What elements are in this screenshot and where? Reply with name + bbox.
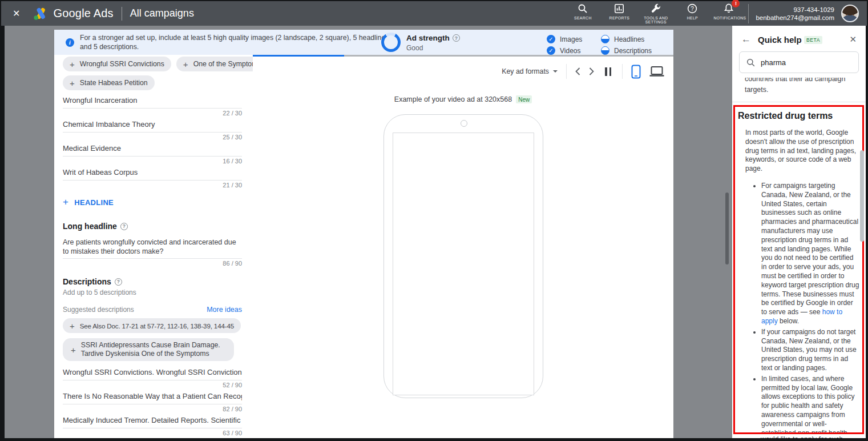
search-icon: [746, 58, 755, 67]
new-badge: New: [516, 95, 532, 103]
svg-text:?: ?: [691, 5, 695, 11]
help-circle-icon[interactable]: ?: [453, 34, 460, 42]
restricted-drug-terms-heading: Restricted drug terms: [738, 111, 862, 121]
notification-badge: !: [732, 0, 740, 7]
char-count: 82 / 90: [63, 406, 242, 412]
plus-icon: +: [63, 197, 68, 208]
main-scrollbar-thumb[interactable]: [725, 193, 729, 264]
help-circle-icon[interactable]: ?: [115, 278, 122, 286]
help-search-box[interactable]: ✕: [739, 51, 859, 73]
phone-mockup: [383, 114, 543, 398]
tools-settings-button[interactable]: TOOLS AND SETTINGS: [640, 3, 672, 25]
next-format-button[interactable]: [589, 67, 594, 75]
help-scrollbar-thumb[interactable]: [860, 150, 864, 242]
headline-input[interactable]: Medical Evidence: [63, 144, 242, 157]
ad-strength-gauge: [381, 33, 401, 52]
breadcrumb: All campaigns: [130, 7, 194, 19]
long-headline-heading: Long headline ?: [63, 222, 242, 231]
ad-strength-banner: i For a stronger ad set up, include at l…: [54, 30, 673, 55]
top-app-bar: ✕ Google Ads All campaigns SEARCH: [1, 1, 867, 26]
long-headline-input[interactable]: Are patients wrongfully convicted and in…: [63, 238, 242, 259]
chevron-down-icon: [553, 70, 558, 73]
check-complete-icon: [547, 46, 555, 55]
help-bullet: For campaigns targeting Canada, New Zeal…: [761, 182, 859, 326]
check-partial-icon: [601, 35, 609, 43]
suggested-descriptions-label: Suggested descriptions: [63, 306, 134, 314]
preview-controls: Key ad formats: [502, 64, 664, 79]
char-count: 86 / 90: [63, 260, 242, 267]
headline-suggestion-chip[interactable]: + State Habeas Petition: [63, 75, 155, 90]
plus-icon: +: [70, 321, 75, 331]
close-icon[interactable]: ✕: [13, 8, 20, 19]
ad-strength-value: Good: [406, 44, 423, 52]
headline-input[interactable]: Writ of Habeas Corpus: [63, 168, 242, 181]
title-divider: [122, 7, 122, 21]
char-count: 63 / 90: [63, 430, 242, 436]
headline-suggestion-chip[interactable]: + Wrongful SSRI Convictions: [63, 57, 171, 71]
check-descriptions: Descriptions: [601, 46, 652, 55]
app-title: Google Ads: [53, 7, 113, 20]
description-suggestion-chip[interactable]: + SSRI Antidepressants Cause Brain Damag…: [63, 338, 234, 361]
check-headlines: Headlines: [601, 35, 644, 43]
headline-suggestion-chip[interactable]: + One of the Symptoms: [176, 57, 253, 71]
clipped-help-text: would like to apply for such: [761, 435, 861, 438]
plus-icon: +: [71, 346, 76, 354]
descriptions-heading: Descriptions ?: [63, 277, 242, 286]
quick-help-panel: ← Quick help BETA ✕ ✕ countries that the…: [732, 26, 866, 438]
description-input[interactable]: Wrongful SSRI Convictions. Wrongful SSRI…: [63, 368, 242, 380]
check-images: Images: [547, 35, 582, 43]
avatar[interactable]: [841, 5, 859, 22]
notifications-button[interactable]: ! NOTIFICATIONS: [713, 3, 745, 21]
google-ads-logo-icon: [33, 7, 47, 21]
char-count: 22 / 30: [63, 110, 242, 117]
account-divider: [748, 4, 749, 23]
pause-icon[interactable]: [605, 67, 611, 76]
scrolled-article-fragment: countries that their ad campaign targets…: [732, 78, 866, 101]
desktop-preview-icon[interactable]: [649, 66, 664, 77]
description-input[interactable]: There Is No Reasonable Way that a Patien…: [63, 392, 242, 404]
banner-message: For a stronger ad set up, include at lea…: [80, 33, 393, 51]
plus-icon: +: [70, 78, 75, 88]
previous-format-button[interactable]: [575, 67, 580, 75]
help-bullet: If your campaigns do not target Canada, …: [761, 328, 859, 373]
check-partial-icon: [601, 46, 609, 55]
account-email: benbathen274@gmail.com: [756, 14, 834, 22]
phone-camera-dot: [461, 120, 467, 127]
phone-screen: [393, 133, 534, 395]
char-count: 16 / 30: [63, 158, 242, 165]
headline-input[interactable]: Wrongful Incarceration: [63, 96, 242, 109]
restricted-drug-terms-list: For campaigns targeting Canada, New Zeal…: [735, 182, 862, 434]
ad-preview-panel: Key ad formats Example of your video ad …: [253, 57, 673, 438]
controls-divider: [566, 64, 567, 79]
char-count: 25 / 30: [63, 134, 242, 141]
search-button[interactable]: SEARCH: [567, 3, 599, 21]
description-suggestion-chip[interactable]: + See Also Doc. 17-21 at 57-72, 112-16, …: [63, 318, 241, 333]
search-icon: [577, 3, 588, 14]
account-info: 937-434-1029 benbathen274@gmail.com: [756, 6, 834, 22]
char-count: 52 / 90: [63, 382, 242, 388]
beta-badge: BETA: [804, 36, 822, 44]
section-divider: [732, 102, 866, 102]
info-icon: i: [66, 38, 74, 47]
close-help-icon[interactable]: ✕: [849, 34, 857, 45]
toolbar-nav: SEARCH REPORTS TOOLS AND SETTINGS: [567, 3, 745, 25]
more-ideas-link[interactable]: More ideas: [207, 306, 242, 314]
help-bullet: In limited cases, and where permitted by…: [761, 375, 859, 434]
back-arrow-icon[interactable]: ←: [741, 34, 751, 45]
help-button[interactable]: ? HELP: [676, 3, 708, 21]
mobile-preview-icon[interactable]: [631, 65, 641, 79]
add-headline-button[interactable]: + HEADLINE: [63, 197, 242, 208]
reports-button[interactable]: REPORTS: [603, 3, 635, 21]
help-circle-icon[interactable]: ?: [120, 223, 128, 230]
help-icon: ?: [687, 3, 698, 14]
account-phone: 937-434-1029: [756, 6, 834, 14]
headline-input[interactable]: Chemical Imbalance Theory: [63, 120, 242, 133]
quick-help-title: Quick help: [758, 35, 802, 45]
help-search-input[interactable]: [761, 58, 861, 67]
key-ad-formats-dropdown[interactable]: Key ad formats: [502, 67, 558, 75]
ad-assets-panel: + Wrongful SSRI Convictions + One of the…: [54, 55, 253, 438]
description-input[interactable]: Medically Induced Tremor. Detailed Repor…: [63, 416, 242, 428]
google-ads-window: ✕ Google Ads All campaigns SEARCH: [0, 0, 868, 441]
descriptions-hint: Add up to 5 descriptions: [63, 288, 242, 296]
reports-icon: [613, 3, 625, 14]
